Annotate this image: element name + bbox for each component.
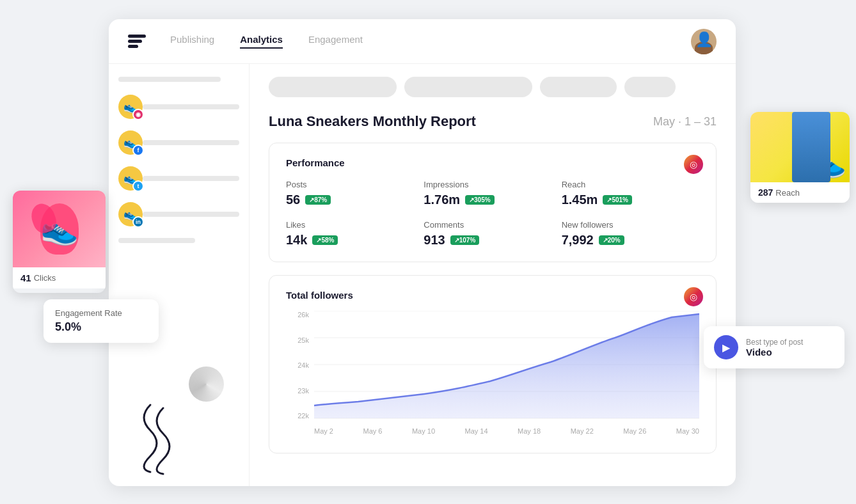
posts-badge: ↗87% xyxy=(305,195,331,205)
reach-label: Reach xyxy=(562,180,699,189)
float-reach-card: 287 Reach xyxy=(750,112,850,203)
float-clicks-card: 👟 41 Clicks xyxy=(13,191,106,293)
y-label-26k: 26k xyxy=(286,311,309,319)
likes-value-row: 14k ↗58% xyxy=(286,233,424,248)
chart-title: Total followers xyxy=(286,290,699,301)
sidebar-line-3 xyxy=(143,176,239,181)
impressions-label: Impressions xyxy=(424,180,561,189)
logo[interactable] xyxy=(128,30,151,53)
engagement-label: Engagement Rate xyxy=(55,308,147,318)
best-post-value: Video xyxy=(746,347,803,358)
nav-bar: Publishing Analytics Engagement xyxy=(109,19,736,64)
chart-y-labels: 26k 25k 24k 23k 22k xyxy=(286,311,309,420)
tab-engagement[interactable]: Engagement xyxy=(308,34,363,49)
reach-number: 287 xyxy=(758,187,773,198)
chart-svg-wrapper xyxy=(314,311,699,420)
filter-row xyxy=(269,77,717,97)
facebook-badge: f xyxy=(132,145,144,156)
posts-label: Posts xyxy=(286,180,424,189)
x-label-may10: May 10 xyxy=(412,427,435,435)
clicks-number: 41 xyxy=(20,272,31,283)
report-month: May xyxy=(653,115,675,128)
posts-value-row: 56 ↗87% xyxy=(286,193,424,207)
chart-instagram-icon: ◎ xyxy=(684,287,703,306)
sidebar-item-twitter[interactable]: 👟 t xyxy=(118,166,239,191)
sidebar-bar-top xyxy=(118,77,221,82)
filter-type[interactable] xyxy=(540,77,617,97)
perf-new-followers: New followers 7,992 ↗20% xyxy=(562,220,699,248)
sidebar-line-4 xyxy=(143,212,239,217)
likes-label: Likes xyxy=(286,220,424,230)
decorative-squiggle xyxy=(99,398,202,475)
report-date: May · 1 – 31 xyxy=(653,115,717,129)
clicks-text: Clicks xyxy=(34,273,56,283)
x-label-may26: May 26 xyxy=(623,427,646,435)
content-area: Luna Sneakers Monthly Report May · 1 – 3… xyxy=(250,64,736,486)
x-label-may22: May 22 xyxy=(571,427,594,435)
perf-comments: Comments 913 ↗107% xyxy=(424,220,561,248)
best-post-label: Best type of post xyxy=(746,338,803,347)
linkedin-badge: in xyxy=(132,216,144,228)
instagram-icon: ◎ xyxy=(684,155,703,174)
perf-posts: Posts 56 ↗87% xyxy=(286,180,424,207)
x-label-may18: May 18 xyxy=(518,427,541,435)
sidebar-item-linkedin[interactable]: 👟 in xyxy=(118,202,239,226)
x-label-may30: May 30 xyxy=(676,427,699,435)
twitter-badge: t xyxy=(132,180,144,192)
engagement-value: 5.0% xyxy=(55,320,147,334)
clicks-label-row: 41 Clicks xyxy=(13,267,106,288)
filter-more[interactable] xyxy=(624,77,676,97)
reach-text: Reach xyxy=(775,188,800,198)
x-label-may14: May 14 xyxy=(465,427,488,435)
instagram-badge: ◉ xyxy=(132,109,144,120)
likes-badge: ↗58% xyxy=(312,235,338,245)
float-engagement-card: Engagement Rate 5.0% xyxy=(44,299,159,343)
filter-date-range[interactable] xyxy=(269,77,397,97)
reach-badge: ↗501% xyxy=(603,195,632,205)
impressions-value: 1.76m xyxy=(424,193,460,207)
sneaker-avatar-2: 👟 f xyxy=(118,130,143,155)
float-best-post-card: ▶ Best type of post Video xyxy=(704,326,844,368)
impressions-value-row: 1.76m ↗305% xyxy=(424,193,561,207)
perf-likes: Likes 14k ↗58% xyxy=(286,220,424,248)
filter-channel[interactable] xyxy=(404,77,532,97)
x-label-may6: May 6 xyxy=(363,427,382,435)
new-followers-value-row: 7,992 ↗20% xyxy=(562,233,699,248)
new-followers-badge: ↗20% xyxy=(599,235,624,245)
sidebar-item-instagram[interactable]: 👟 ◉ xyxy=(118,95,239,119)
posts-value: 56 xyxy=(286,193,300,207)
perf-reach: Reach 1.45m ↗501% xyxy=(562,180,699,207)
sidebar-line-1 xyxy=(143,104,239,109)
report-title: Luna Sneakers Monthly Report xyxy=(269,113,476,130)
decorative-circle xyxy=(189,366,224,402)
tab-analytics[interactable]: Analytics xyxy=(240,34,283,49)
tab-publishing[interactable]: Publishing xyxy=(170,34,214,49)
sidebar-bar-bottom xyxy=(118,238,195,243)
new-followers-label: New followers xyxy=(562,220,699,230)
comments-value: 913 xyxy=(424,233,445,248)
comments-label: Comments xyxy=(424,220,561,230)
avatar[interactable] xyxy=(691,29,717,54)
performance-title: Performance xyxy=(286,157,699,168)
report-header: Luna Sneakers Monthly Report May · 1 – 3… xyxy=(269,113,717,130)
comments-value-row: 913 ↗107% xyxy=(424,233,561,248)
best-post-text: Best type of post Video xyxy=(746,338,803,358)
sneaker-avatar-3: 👟 t xyxy=(118,166,143,191)
y-label-23k: 23k xyxy=(286,387,309,395)
followers-chart-card: Total followers ◎ 26k 25k 24k 23k 22k xyxy=(269,275,717,453)
sidebar-line-2 xyxy=(143,140,239,145)
performance-grid: Posts 56 ↗87% Impressions 1.76m ↗305% Re… xyxy=(286,180,699,248)
likes-value: 14k xyxy=(286,233,307,248)
chart-area: 26k 25k 24k 23k 22k xyxy=(286,311,699,439)
y-label-25k: 25k xyxy=(286,336,309,344)
sneaker-avatar-1: 👟 ◉ xyxy=(118,95,143,119)
perf-impressions: Impressions 1.76m ↗305% xyxy=(424,180,561,207)
main-card: Publishing Analytics Engagement 👟 ◉ 👟 f … xyxy=(109,19,736,486)
followers-chart-svg xyxy=(314,311,699,420)
new-followers-value: 7,992 xyxy=(562,233,594,248)
best-post-icon: ▶ xyxy=(714,335,738,359)
chart-area-fill xyxy=(314,314,699,418)
reach-label-row: 287 Reach xyxy=(750,182,850,203)
sidebar-item-facebook[interactable]: 👟 f xyxy=(118,130,239,155)
y-label-24k: 24k xyxy=(286,361,309,369)
